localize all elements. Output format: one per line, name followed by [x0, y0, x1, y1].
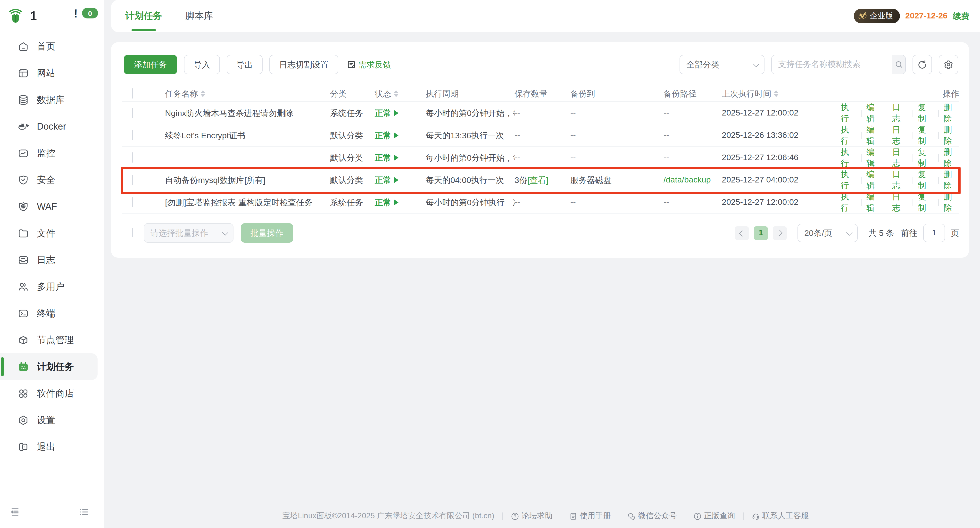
- action-edit[interactable]: 编辑: [866, 102, 882, 124]
- row-checkbox[interactable]: [132, 175, 133, 185]
- footer-link-wechat[interactable]: 微信公众号: [628, 511, 677, 521]
- action-run[interactable]: 执行: [841, 191, 856, 213]
- search-input[interactable]: [772, 55, 892, 74]
- action-log[interactable]: 日志: [892, 124, 908, 146]
- enterprise-badge: 企业版: [854, 9, 900, 23]
- task-status: 正常: [375, 197, 426, 208]
- action-delete[interactable]: 删除: [943, 146, 959, 169]
- action-delete[interactable]: 删除: [943, 169, 959, 191]
- renew-link[interactable]: 续费: [953, 10, 969, 22]
- action-copy[interactable]: 复制: [918, 169, 934, 191]
- cron-calendar-icon: [18, 361, 29, 372]
- goto-page-input[interactable]: [923, 224, 945, 242]
- sidebar-item-website[interactable]: 网站: [0, 60, 104, 86]
- action-copy[interactable]: 复制: [918, 191, 934, 213]
- row-checkbox[interactable]: [132, 197, 133, 207]
- sidebar-item-files[interactable]: 文件: [0, 220, 104, 247]
- page-number-current[interactable]: 1: [754, 226, 768, 240]
- sidebar-item-appstore[interactable]: 软件商店: [0, 380, 104, 407]
- sidebar-item-database[interactable]: 数据库: [0, 86, 104, 113]
- view-backups-link[interactable]: [查看]: [527, 175, 549, 184]
- sidebar-item-nodes[interactable]: 节点管理: [0, 327, 104, 353]
- refresh-button[interactable]: [913, 55, 932, 74]
- play-icon[interactable]: [394, 110, 398, 116]
- table-settings-button[interactable]: [939, 55, 958, 74]
- play-icon[interactable]: [394, 177, 398, 183]
- action-delete[interactable]: 删除: [943, 124, 959, 146]
- action-delete[interactable]: 删除: [943, 102, 959, 124]
- search-icon: [894, 60, 903, 69]
- sidebar-item-docker[interactable]: Docker: [0, 113, 104, 140]
- action-edit[interactable]: 编辑: [866, 146, 882, 169]
- sidebar-item-logs[interactable]: 日志: [0, 247, 104, 273]
- sidebar-item-label: 首页: [37, 40, 55, 52]
- action-run[interactable]: 执行: [841, 102, 856, 124]
- export-button[interactable]: 导出: [227, 55, 262, 74]
- row-checkbox[interactable]: [132, 130, 133, 140]
- sidebar-item-monitor[interactable]: 监控: [0, 140, 104, 167]
- import-button[interactable]: 导入: [184, 55, 220, 74]
- tab-cron-tasks[interactable]: 计划任务: [125, 0, 162, 32]
- wechat-icon: [628, 512, 636, 520]
- sidebar-item-home[interactable]: 首页: [0, 33, 104, 60]
- next-page-button[interactable]: [773, 226, 787, 240]
- action-run[interactable]: 执行: [841, 124, 856, 146]
- footer-link-manual[interactable]: 使用手册: [570, 511, 611, 521]
- action-edit[interactable]: 编辑: [866, 124, 882, 146]
- prev-page-button[interactable]: [735, 226, 749, 240]
- add-task-button[interactable]: 添加任务: [124, 55, 177, 74]
- action-edit[interactable]: 编辑: [866, 191, 882, 213]
- task-list-icon[interactable]: [79, 507, 89, 517]
- log-split-settings-button[interactable]: 日志切割设置: [269, 55, 338, 74]
- action-log[interactable]: 日志: [892, 191, 908, 213]
- tab-script-library[interactable]: 脚本库: [185, 0, 213, 32]
- sidebar-item-terminal[interactable]: 终端: [0, 300, 104, 327]
- message-count-badge[interactable]: 0: [82, 8, 98, 18]
- play-icon[interactable]: [394, 132, 398, 138]
- action-run[interactable]: 执行: [841, 169, 856, 191]
- batch-operation-select[interactable]: 请选择批量操作: [144, 223, 234, 243]
- table-row: 续签Let's Encrypt证书 默认分类 正常 每天的13:36执行一次 -…: [123, 124, 959, 146]
- action-log[interactable]: 日志: [892, 146, 908, 169]
- action-log[interactable]: 日志: [892, 169, 908, 191]
- sidebar-item-waf[interactable]: WAF: [0, 193, 104, 220]
- collapse-sidebar-icon[interactable]: [10, 507, 21, 517]
- play-icon[interactable]: [394, 155, 398, 161]
- sort-icon[interactable]: [774, 90, 779, 97]
- sidebar-item-logout[interactable]: 退出: [0, 433, 104, 460]
- search-button[interactable]: [892, 55, 905, 74]
- sort-icon[interactable]: [200, 90, 205, 97]
- task-name: 自动备份mysql数据库[所有]: [165, 175, 330, 186]
- category-filter-value: 全部分类: [686, 59, 719, 70]
- per-page-select[interactable]: 20条/页: [797, 224, 858, 242]
- task-backup-path: --: [663, 108, 722, 118]
- row-actions: 执行编辑日志复制删除: [841, 191, 959, 213]
- action-copy[interactable]: 复制: [918, 102, 934, 124]
- feedback-label: 需求反馈: [358, 59, 391, 70]
- chevron-right-icon: [776, 229, 783, 235]
- select-all-checkbox-bottom[interactable]: [132, 228, 133, 237]
- row-checkbox[interactable]: [132, 108, 133, 118]
- play-icon[interactable]: [394, 199, 398, 205]
- sidebar-item-security[interactable]: 安全: [0, 167, 104, 193]
- sidebar-item-label: 设置: [37, 414, 55, 426]
- category-filter-select[interactable]: 全部分类: [679, 55, 765, 74]
- row-checkbox[interactable]: [132, 153, 133, 162]
- feedback-link[interactable]: 需求反馈: [347, 59, 391, 70]
- action-copy[interactable]: 复制: [918, 124, 934, 146]
- action-delete[interactable]: 删除: [943, 191, 959, 213]
- footer-link-forum[interactable]: 论坛求助: [511, 511, 553, 521]
- footer-link-license-check[interactable]: 正版查询: [694, 511, 735, 521]
- sidebar-item-settings[interactable]: 设置: [0, 407, 104, 433]
- action-run[interactable]: 执行: [841, 146, 856, 169]
- col-header-status: 状态: [375, 88, 391, 99]
- sort-icon[interactable]: [394, 90, 398, 97]
- sidebar-item-cron[interactable]: 计划任务: [0, 353, 97, 380]
- select-all-checkbox[interactable]: [132, 88, 133, 99]
- footer-link-support[interactable]: 联系人工客服: [752, 511, 809, 521]
- action-edit[interactable]: 编辑: [866, 169, 882, 191]
- action-log[interactable]: 日志: [892, 102, 908, 124]
- batch-operation-button[interactable]: 批量操作: [241, 223, 293, 243]
- action-copy[interactable]: 复制: [918, 146, 934, 169]
- sidebar-item-users[interactable]: 多用户: [0, 273, 104, 300]
